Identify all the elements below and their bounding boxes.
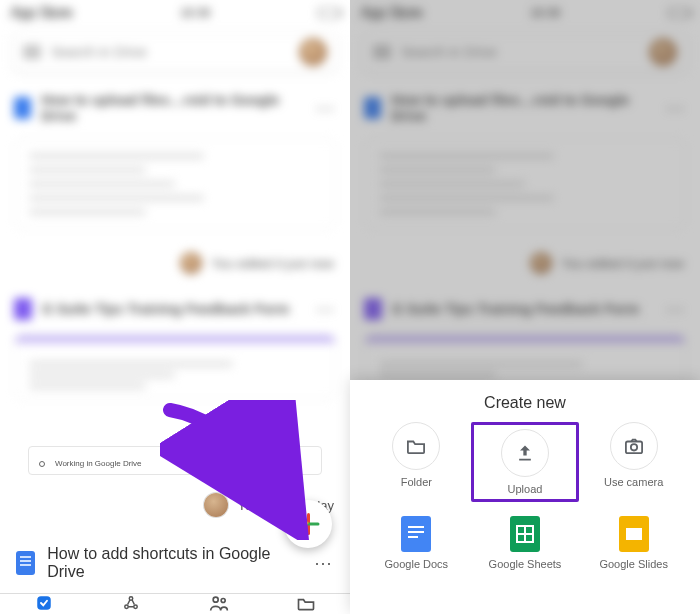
svg-point-3 [134, 605, 137, 608]
more-icon[interactable]: ⋯ [316, 97, 336, 119]
option-label: Google Docs [385, 558, 449, 570]
option-label: Google Slides [599, 558, 668, 570]
file-header-1: How to upload files…roid to Google Drive… [0, 78, 350, 138]
search-placeholder: Search in Drive [51, 44, 147, 60]
tab-files[interactable]: Files [263, 594, 351, 614]
edit-note-blur: You edited it just now [0, 242, 350, 284]
google-slides-icon [619, 516, 649, 552]
svg-point-4 [213, 597, 218, 602]
svg-point-2 [125, 605, 128, 608]
file-row-title: How to add shortcuts in Google Drive [47, 545, 302, 581]
left-screenshot: App Store 16:38 Search in Drive How to u… [0, 0, 350, 614]
avatar-small [180, 252, 202, 274]
fab-create[interactable] [284, 500, 332, 548]
svg-point-5 [221, 599, 225, 603]
svg-rect-10 [408, 536, 418, 538]
tab-priority[interactable]: Priority [0, 594, 88, 614]
preview-footer-text: Working in Google Drive [55, 459, 142, 468]
option-slides[interactable]: Google Slides [579, 516, 688, 570]
status-time: 16:38 [180, 6, 210, 20]
camera-icon [610, 422, 658, 470]
docs-file-icon [16, 551, 35, 575]
option-label: Use camera [604, 476, 663, 488]
priority-icon [33, 594, 55, 612]
plus-icon [297, 513, 319, 535]
more-icon[interactable]: ⋯ [316, 298, 336, 320]
forms-file-icon [14, 298, 32, 320]
option-label: Folder [401, 476, 432, 488]
carrier-text: App Store [10, 4, 72, 22]
svg-point-1 [130, 597, 133, 600]
workspaces-icon [120, 594, 142, 612]
google-docs-icon [401, 516, 431, 552]
files-icon [295, 594, 317, 612]
upload-icon [501, 429, 549, 477]
tab-shared[interactable]: Shared [175, 594, 263, 614]
menu-icon[interactable] [23, 51, 41, 53]
svg-point-7 [631, 444, 637, 450]
tab-workspaces[interactable]: Workspaces [88, 594, 176, 614]
file-title-1: How to upload files…roid to Google Drive [41, 92, 306, 124]
search-bar[interactable]: Search in Drive [12, 32, 338, 72]
file-title-2: G Suite Tips Training Feedback Form [42, 301, 289, 317]
avatar[interactable] [299, 38, 327, 66]
status-bar: App Store 16:38 [0, 0, 350, 26]
option-folder[interactable]: Folder [362, 422, 471, 502]
svg-rect-9 [408, 531, 424, 533]
option-label: Google Sheets [489, 558, 562, 570]
avatar-small [204, 493, 228, 517]
shared-icon [208, 594, 230, 612]
radio-icon [39, 461, 45, 467]
tab-bar: Priority Workspaces Shared Files [0, 593, 350, 614]
svg-rect-14 [626, 528, 642, 540]
option-label: Upload [508, 483, 543, 495]
file-header-2: G Suite Tips Training Feedback Form ⋯ [0, 284, 350, 334]
more-icon[interactable]: ⋯ [314, 552, 334, 574]
folder-icon [392, 422, 440, 470]
option-upload[interactable]: Upload [471, 422, 580, 502]
sheet-title: Create new [350, 380, 700, 420]
docs-file-icon [14, 97, 31, 119]
preview-footer: Working in Google Drive [28, 446, 322, 475]
option-camera[interactable]: Use camera [579, 422, 688, 502]
create-new-sheet: Create new Folder Upload Use camera [350, 380, 700, 614]
battery-icon [318, 8, 340, 18]
right-screenshot: App Store 16:38 Search in Drive How to u… [350, 0, 700, 614]
file-preview-1 [14, 138, 336, 230]
option-docs[interactable]: Google Docs [362, 516, 471, 570]
google-sheets-icon [510, 516, 540, 552]
file-preview-2 [14, 334, 336, 400]
svg-rect-6 [626, 442, 642, 454]
option-sheets[interactable]: Google Sheets [471, 516, 580, 570]
svg-rect-8 [408, 526, 424, 528]
